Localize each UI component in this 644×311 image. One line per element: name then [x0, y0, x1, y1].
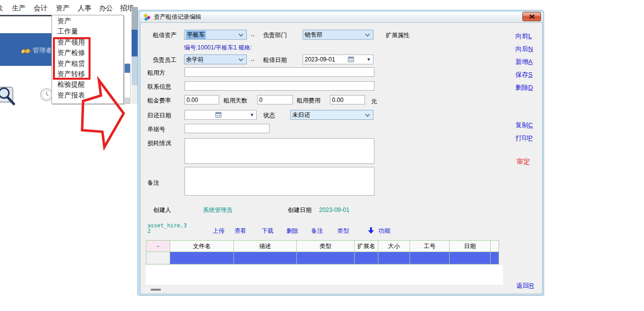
header-cell-empno[interactable]: 工号 [410, 240, 450, 252]
dialog-titlebar: 资产租借记录编辑 [140, 12, 543, 22]
header-cell-select[interactable]: - [146, 240, 170, 252]
menu-item-asset[interactable]: 资产 [52, 15, 123, 26]
status-label: 状态 [263, 112, 275, 119]
search-tool-icon[interactable] [0, 84, 17, 109]
header-cell-type[interactable]: 类型 [296, 240, 355, 252]
wear-textarea[interactable] [184, 138, 374, 164]
chevron-down-icon [365, 32, 370, 37]
return-date-picker[interactable]: ▼ [184, 110, 257, 120]
copy-button[interactable]: 复制C [515, 121, 533, 130]
status-combobox-value: 未归还 [292, 111, 310, 119]
arrow-down-icon[interactable] [368, 227, 374, 234]
calendar-icon [215, 112, 222, 118]
delete-link[interactable]: 删除 [286, 227, 298, 235]
header-cell-desc[interactable]: 描述 [233, 240, 297, 252]
wear-label: 损耗情况 [147, 140, 171, 147]
dropdown-arrow-icon: ▼ [250, 112, 254, 117]
menubar-item-assets[interactable]: 资产 [56, 4, 70, 13]
dept-combobox-value: 销售部 [305, 31, 322, 39]
dept-combobox[interactable]: 销售部 [303, 30, 373, 40]
create-date-value: 2023-09-01 [319, 207, 349, 213]
hire-date-label: 租借日期 [263, 56, 287, 63]
employee-browse-button[interactable]: .. [251, 55, 255, 62]
renter-input[interactable] [184, 67, 374, 77]
banner: 管理者 [0, 33, 51, 66]
dialog-client-area: 租借资产 平板车 .. 负责部门 销售部 扩展属性 编号:10001/平板车1 … [140, 22, 543, 294]
header-cell-extra [490, 240, 499, 252]
doc-no-input[interactable] [184, 124, 270, 133]
add-button[interactable]: 新增A [515, 57, 533, 66]
asset-combobox-value: 平板车 [186, 31, 206, 39]
employee-combobox-value: 余学前 [186, 55, 204, 64]
hire-date-picker[interactable]: 2023-09-01 ▼ [303, 54, 373, 64]
save-button[interactable]: 保存S [515, 70, 533, 79]
asset-label: 租借资产 [153, 32, 177, 39]
return-button[interactable]: 返回R [516, 281, 534, 290]
print-button[interactable]: 打印P [515, 134, 533, 143]
fee-label: 租用费用 [297, 97, 321, 104]
dept-label: 负责部门 [263, 32, 287, 39]
menu-item-workload[interactable]: 工作量 [52, 26, 123, 36]
calendar-icon [348, 56, 354, 62]
dropdown-arrow-icon: ▼ [367, 57, 371, 62]
days-label: 租用天数 [224, 97, 247, 104]
asset-browse-button[interactable]: .. [251, 31, 255, 38]
type-link[interactable]: 类型 [337, 227, 349, 235]
upload-link[interactable]: 上传 [213, 227, 225, 235]
ext-attr-label: 扩展属性 [386, 32, 410, 39]
approve-button[interactable]: 审定 [516, 157, 530, 166]
remark-textarea[interactable] [184, 167, 374, 196]
close-icon [529, 14, 535, 19]
prev-button[interactable]: 向前L [515, 32, 532, 41]
employee-label: 负责员工 [153, 56, 177, 63]
delete-button[interactable]: 删除D [515, 83, 533, 92]
renter-label: 租用方 [147, 69, 165, 76]
fee-input[interactable] [330, 95, 365, 104]
hscrollbar-thumb[interactable] [151, 289, 161, 291]
menubar-item[interactable]: 人事 [78, 4, 92, 13]
attachment-table: - 文件名 描述 类型 扩展名 大小 工号 日期 [146, 240, 499, 264]
return-date-label: 归还日期 [147, 112, 171, 119]
contact-label: 联系信息 [147, 83, 171, 90]
dialog-icon [143, 14, 151, 21]
asset-combobox[interactable]: 平板车 [184, 30, 247, 40]
table-empty-area [146, 265, 503, 285]
header-cell-ext[interactable]: 扩展名 [354, 240, 378, 252]
close-button[interactable] [522, 12, 541, 21]
attachment-id-text: asset_hire.32 [147, 223, 187, 234]
download-link[interactable]: 下载 [262, 227, 274, 235]
handshake-icon [20, 48, 31, 55]
days-input[interactable] [257, 95, 293, 104]
status-combobox[interactable]: 未归还 [290, 110, 373, 120]
contact-input[interactable] [184, 81, 374, 91]
note-link[interactable]: 备注 [311, 227, 323, 235]
create-date-label: 创建日期 [288, 207, 312, 213]
menubar-item[interactable]: 生产 [12, 4, 26, 13]
creator-value: 系统管理员 [203, 207, 232, 213]
header-cell-date[interactable]: 日期 [449, 240, 491, 252]
next-button[interactable]: 向后N [515, 45, 533, 53]
chevron-down-icon [238, 56, 243, 61]
hire-date-value: 2023-09-01 [305, 56, 335, 63]
banner-label: 管理者 [33, 46, 51, 55]
view-link[interactable]: 查看 [234, 227, 246, 235]
chevron-down-icon [365, 112, 370, 117]
rate-label: 租金费率 [147, 97, 171, 104]
table-header-row: - 文件名 描述 类型 扩展名 大小 工号 日期 [146, 240, 499, 252]
menubar-item[interactable]: 办公 [99, 4, 113, 13]
employee-combobox[interactable]: 余学前 [184, 54, 247, 64]
table-row-selected[interactable] [146, 252, 499, 264]
chevron-down-icon [238, 32, 243, 37]
menubar-item[interactable]: 款 [0, 4, 3, 13]
creator-label: 创建人 [153, 207, 171, 213]
screen: 款 生产 会计 资产 人事 办公 招培 管理者 资产 工作量 资 [0, 0, 644, 311]
remark-label: 备注 [147, 179, 159, 186]
asset-info-text: 编号:10001/平板车1 规格: [184, 44, 252, 52]
header-cell-size[interactable]: 大小 [378, 240, 410, 252]
menubar-item[interactable]: 会计 [34, 4, 47, 13]
doc-no-label: 单据号 [147, 126, 165, 133]
rate-input[interactable] [184, 95, 219, 104]
function-menu-button[interactable]: 功能 [378, 227, 390, 235]
header-cell-filename[interactable]: 文件名 [170, 240, 234, 252]
dialog-asset-hire-edit: 资产租借记录编辑 租借资产 平板车 .. 负责部门 销售部 扩展属性 编号:1 [138, 10, 544, 296]
